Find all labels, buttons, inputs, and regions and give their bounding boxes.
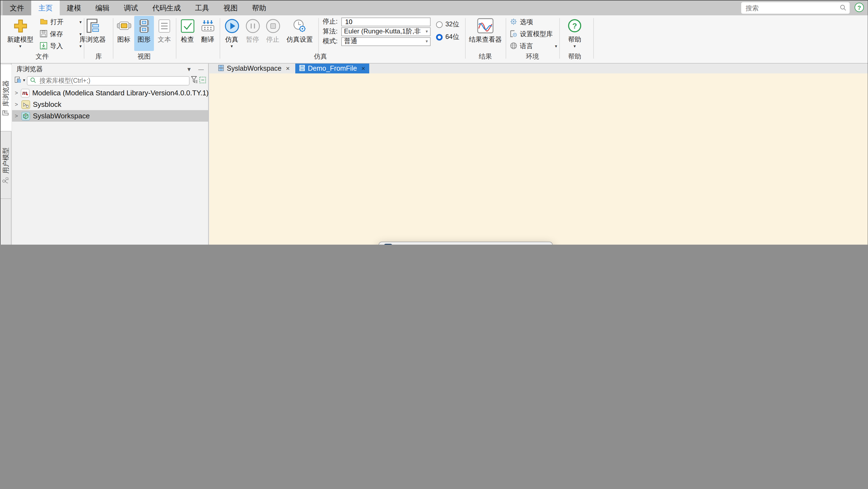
document-tab-strip: SyslabWorkspace × Demo_FromFile × <box>209 64 868 73</box>
menu-codegen[interactable]: 代码生成 <box>145 1 188 16</box>
menu-debug[interactable]: 调试 <box>117 1 145 16</box>
mode-select[interactable]: 普通▾ <box>341 37 431 46</box>
menu-view[interactable]: 视图 <box>216 1 245 16</box>
library-search-box[interactable] <box>27 76 190 85</box>
radio-64bit[interactable]: 64位 <box>436 32 459 42</box>
text-view-button[interactable]: 文本 <box>156 16 173 51</box>
new-model-button[interactable]: 新建模型 ▾ <box>5 16 36 51</box>
simulate-caret-icon[interactable]: ▾ <box>222 44 242 49</box>
ribbon-help-button[interactable]: ? 帮助 ▾ <box>560 16 589 51</box>
language-globe-icon <box>510 42 517 51</box>
menu-modeling[interactable]: 建模 <box>60 1 88 16</box>
library-search-input[interactable] <box>38 77 186 84</box>
group-label-file: 文件 <box>4 52 81 61</box>
dialog-app-icon <box>384 244 392 245</box>
help-button[interactable]: ? <box>855 3 864 12</box>
dialog-title: 模块参数：fromFile1 <box>396 244 456 245</box>
side-tab-user-models-icon <box>2 176 10 183</box>
menu-bar: 文件 主页 建模 编辑 调试 代码生成 工具 视图 帮助 ? <box>1 1 868 16</box>
ribbon: 新建模型 ▾ 打开 ▾ 保存 ▾ 导入 ▾ 文件 库浏览器 库 <box>1 16 868 64</box>
ribbon-help-icon: ? <box>560 18 589 34</box>
expand-chevron-icon[interactable]: > <box>15 113 19 119</box>
editor-area: SyslabWorkspace × Demo_FromFile × <box>209 64 868 245</box>
tab-demo-fromfile[interactable]: Demo_FromFile × <box>295 64 369 73</box>
tree-item-sysblock[interactable]: > Sysblock <box>12 99 208 110</box>
group-label-result: 结果 <box>466 52 504 61</box>
expand-chevron-icon[interactable]: > <box>15 90 18 96</box>
help-icon: ? <box>855 3 864 12</box>
set-model-library-button[interactable]: 设置模型库 <box>510 30 557 39</box>
pause-icon <box>243 18 262 34</box>
language-button[interactable]: 语言 ▾ <box>510 42 557 51</box>
simulation-settings-button[interactable]: 仿真设置 <box>284 16 315 51</box>
library-scope-caret-icon[interactable]: ▾ <box>23 78 25 83</box>
library-scope-icon[interactable] <box>14 75 21 86</box>
language-caret-icon[interactable]: ▾ <box>555 44 557 49</box>
radio-32bit-icon[interactable] <box>436 21 443 28</box>
filter-icon[interactable] <box>191 75 198 86</box>
radio-32bit[interactable]: 32位 <box>436 20 459 29</box>
main-area: 库浏览器 用户模型 库浏览器 ▼ — ▾ <box>1 64 868 245</box>
text-view-icon <box>156 18 173 34</box>
side-tab-strip: 库浏览器 用户模型 <box>1 64 11 245</box>
graphic-view-button[interactable]: 图形 <box>134 16 154 51</box>
app-window: 文件 主页 建模 编辑 调试 代码生成 工具 视图 帮助 ? 新建模型 ▾ <box>0 0 868 245</box>
sysblock-library-icon <box>21 100 30 109</box>
stop-icon <box>264 18 282 34</box>
side-tab-library-icon <box>2 109 10 116</box>
algorithm-field: 算法: Euler (Runge-Kutta,1阶,非▾ <box>323 27 431 36</box>
result-viewer-button[interactable]: 结果查看器 <box>467 16 503 51</box>
pause-button[interactable]: 暂停 <box>243 16 262 51</box>
result-viewer-icon <box>467 18 503 34</box>
library-tree: > m Modelica (Modelica Standard Library-… <box>12 87 208 122</box>
group-label-library: 库 <box>84 52 113 61</box>
menu-edit[interactable]: 编辑 <box>88 1 117 16</box>
options-gear-icon <box>510 18 517 27</box>
global-search-box[interactable] <box>741 2 850 14</box>
side-tab-library-browser[interactable]: 库浏览器 <box>1 65 11 131</box>
menu-file[interactable]: 文件 <box>3 1 31 16</box>
new-model-plus-icon <box>5 18 36 34</box>
options-button[interactable]: 选项 <box>510 18 557 27</box>
new-model-caret-icon[interactable]: ▾ <box>5 44 36 49</box>
stop-time-input[interactable] <box>341 17 431 26</box>
check-button[interactable]: 检查 <box>178 16 197 51</box>
group-label-view: 视图 <box>114 52 175 61</box>
import-button[interactable]: 导入 ▾ <box>40 42 82 51</box>
dialog-title-bar[interactable]: 模块参数：fromFile1 × <box>379 242 552 245</box>
side-tab-user-models[interactable]: 用户模型 <box>1 132 11 199</box>
tree-item-syslabworkspace[interactable]: > SyslabWorkspace <box>12 110 208 122</box>
radio-64bit-icon[interactable] <box>436 34 443 40</box>
menu-tools[interactable]: 工具 <box>188 1 216 16</box>
diagram-canvas[interactable]: /../inputDat 1 res.csv fromFile1 <box>209 73 868 245</box>
menu-help[interactable]: 帮助 <box>245 1 273 16</box>
simulate-play-icon <box>222 18 242 34</box>
library-search-row: ▾ <box>14 75 206 86</box>
translate-button[interactable]: 翻译 <box>198 16 217 51</box>
ribbon-help-caret-icon[interactable]: ▾ <box>560 44 589 49</box>
menu-home[interactable]: 主页 <box>31 1 60 16</box>
icon-view-button[interactable]: 图标 <box>115 16 133 51</box>
save-button[interactable]: 保存 ▾ <box>40 30 82 39</box>
tab-syslabworkspace[interactable]: SyslabWorkspace × <box>214 64 293 73</box>
library-panel-title: 库浏览器 <box>17 64 43 74</box>
collapse-all-icon[interactable] <box>199 75 206 86</box>
dialog-close-icon[interactable]: × <box>543 244 547 245</box>
expand-chevron-icon[interactable]: > <box>15 101 19 108</box>
algorithm-select[interactable]: Euler (Runge-Kutta,1阶,非▾ <box>341 27 431 36</box>
panel-menu-caret-icon[interactable]: ▼ <box>186 66 192 72</box>
tab-close-icon[interactable]: × <box>361 65 365 72</box>
open-button[interactable]: 打开 ▾ <box>40 18 82 27</box>
tab-close-icon[interactable]: × <box>286 65 290 72</box>
save-icon <box>40 30 47 39</box>
simulate-button[interactable]: 仿真 ▾ <box>222 16 242 51</box>
panel-minimize-icon[interactable]: — <box>198 66 204 72</box>
stop-button[interactable]: 停止 <box>264 16 282 51</box>
global-search-input[interactable] <box>744 4 840 12</box>
block-parameters-dialog: 模块参数：fromFile1 × FromFile 从指定文件中读取数据。 主要… <box>378 242 553 245</box>
model-tab-icon <box>299 64 305 72</box>
library-browser-button[interactable]: 库浏览器 <box>77 16 108 51</box>
tree-item-modelica[interactable]: > m Modelica (Modelica Standard Library-… <box>12 87 208 99</box>
set-model-library-icon <box>510 30 517 39</box>
group-label-simulation: 仿真 <box>177 52 464 61</box>
